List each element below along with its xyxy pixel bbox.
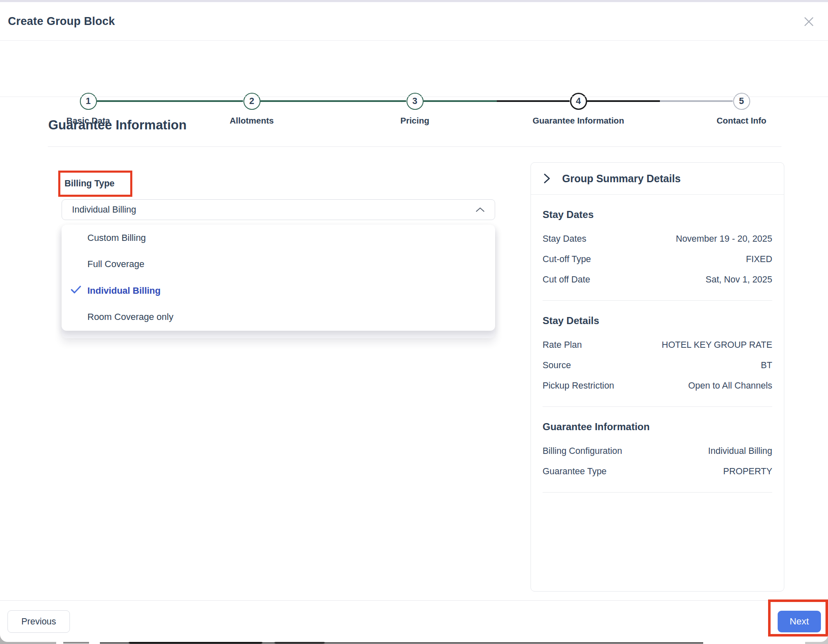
stepper-divider	[0, 97, 828, 97]
option-individual-billing[interactable]: Individual Billing	[62, 277, 495, 304]
summary-row: Source BT	[543, 355, 772, 376]
billing-type-dropdown: Custom Billing Full Coverage Individual …	[62, 225, 495, 338]
billing-type-select[interactable]: Individual Billing	[62, 199, 495, 220]
step-circle-4: 4	[570, 93, 587, 110]
chevron-up-icon	[476, 207, 485, 212]
option-label: Room Coverage only	[87, 312, 174, 322]
wizard-stepper: 1 Basic Data 2 Allotments 3 Pricing 4 Gu…	[0, 40, 828, 97]
billing-type-selected-value: Individual Billing	[72, 205, 136, 215]
row-label: Rate Plan	[543, 340, 582, 350]
row-label: Billing Configuration	[543, 446, 622, 456]
step-allotments[interactable]: 2 Allotments	[193, 93, 310, 126]
option-label: Custom Billing	[87, 233, 146, 243]
heading-divider	[48, 146, 781, 147]
option-room-coverage-only[interactable]: Room Coverage only	[62, 304, 495, 331]
step-label-5: Contact Info	[683, 116, 800, 126]
row-label: Guarantee Type	[543, 466, 607, 477]
modal-header: Create Group Block	[0, 2, 828, 40]
summary-section-stay-details: Stay Details Rate Plan HOTEL KEY GROUP R…	[543, 301, 772, 407]
summary-row: Cut-off Type FIXED	[543, 249, 772, 270]
step-circle-5: 5	[733, 93, 750, 110]
row-value: November 19 - 20, 2025	[676, 234, 772, 244]
row-label: Pickup Restriction	[543, 381, 614, 391]
row-label: Cut-off Type	[543, 254, 591, 265]
page-title: Guarantee Information	[48, 118, 186, 133]
summary-row: Guarantee Type PROPERTY	[543, 461, 772, 482]
close-button[interactable]	[801, 14, 817, 30]
summary-section-stay-dates: Stay Dates Stay Dates November 19 - 20, …	[543, 195, 772, 301]
annotation-box-billing-type: Billing Type	[58, 171, 132, 197]
check-icon	[70, 285, 82, 297]
step-circle-3: 3	[407, 93, 424, 110]
row-label: Cut off Date	[543, 275, 590, 285]
row-value: BT	[761, 360, 772, 371]
option-label: Full Coverage	[87, 259, 144, 270]
row-value: HOTEL KEY GROUP RATE	[662, 340, 772, 350]
section-heading: Guarantee Information	[543, 407, 772, 433]
row-value: FIXED	[746, 254, 772, 265]
step-label-2: Allotments	[193, 116, 310, 126]
summary-row: Stay Dates November 19 - 20, 2025	[543, 229, 772, 249]
step-contact-info[interactable]: 5 Contact Info	[683, 93, 800, 126]
group-summary-header: Group Summary Details	[531, 163, 784, 195]
row-value: Sat, Nov 1, 2025	[706, 275, 772, 285]
summary-row: Billing Configuration Individual Billing	[543, 441, 772, 461]
summary-section-guarantee-information: Guarantee Information Billing Configurat…	[543, 407, 772, 493]
option-custom-billing[interactable]: Custom Billing	[62, 225, 495, 251]
section-heading: Stay Details	[543, 301, 772, 327]
create-group-block-modal: Create Group Block 1 Basic Data 2 Allotm…	[0, 0, 828, 642]
summary-row: Rate Plan HOTEL KEY GROUP RATE	[543, 335, 772, 355]
row-label: Source	[543, 360, 571, 371]
step-circle-2: 2	[243, 93, 260, 110]
row-value: PROPERTY	[723, 466, 772, 477]
close-icon	[802, 15, 816, 30]
next-button[interactable]: Next	[778, 611, 821, 632]
option-full-coverage[interactable]: Full Coverage	[62, 251, 495, 278]
row-value: Open to All Channels	[688, 381, 772, 391]
option-label: Individual Billing	[87, 285, 161, 296]
chevron-right-icon[interactable]	[543, 173, 550, 184]
row-value: Individual Billing	[708, 446, 772, 456]
previous-button[interactable]: Previous	[7, 610, 70, 633]
modal-title: Create Group Block	[8, 15, 115, 28]
section-divider	[543, 492, 772, 493]
background-page-fragment	[63, 642, 89, 644]
step-pricing[interactable]: 3 Pricing	[357, 93, 473, 126]
group-summary-title: Group Summary Details	[562, 173, 681, 185]
step-label-3: Pricing	[357, 116, 473, 126]
row-label: Stay Dates	[543, 234, 586, 244]
footer-divider	[0, 600, 828, 601]
summary-row: Pickup Restriction Open to All Channels	[543, 376, 772, 396]
billing-type-option-list: Custom Billing Full Coverage Individual …	[62, 225, 495, 331]
step-label-4: Guarantee Information	[520, 116, 637, 126]
billing-type-label: Billing Type	[60, 178, 114, 189]
group-summary-panel: Group Summary Details Stay Dates Stay Da…	[531, 162, 784, 592]
section-heading: Stay Dates	[543, 195, 772, 220]
summary-row: Cut off Date Sat, Nov 1, 2025	[543, 270, 772, 290]
step-guarantee-information[interactable]: 4 Guarantee Information	[520, 93, 637, 126]
step-circle-1: 1	[80, 93, 97, 110]
